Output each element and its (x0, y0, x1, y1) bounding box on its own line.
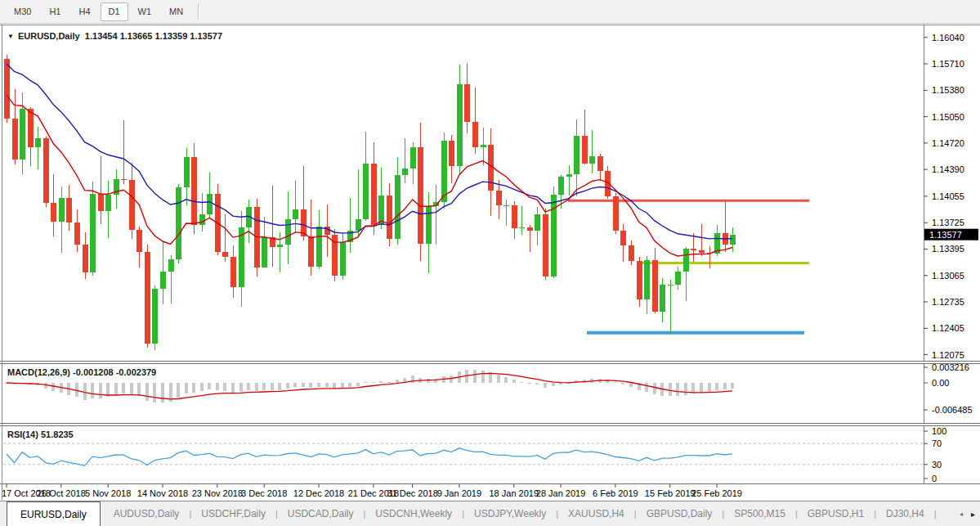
chart-tab-xauusd[interactable]: XAUUSD,H4 (558, 501, 634, 526)
tabs-scroll-left-icon[interactable]: ◂ (960, 510, 963, 518)
svg-text:70: 70 (932, 438, 942, 448)
svg-text:1.12405: 1.12405 (932, 323, 964, 333)
macd-pane[interactable]: 0.0032160.00-0.006485 MACD(12,26,9) -0.0… (0, 364, 980, 423)
chart-tab-dj30[interactable]: DJ30,H4 (876, 501, 934, 526)
macd-chart-canvas[interactable]: 0.0032160.00-0.006485 (0, 364, 980, 423)
timeframe-button-h4[interactable]: H4 (70, 2, 98, 21)
svg-text:1.12735: 1.12735 (932, 297, 964, 307)
mt4-window: M30H1H4D1W1MN 1.160401.157101.153801.150… (0, 0, 980, 526)
candlestick-chart-canvas[interactable]: 1.160401.157101.153801.150501.147201.143… (0, 25, 980, 362)
time-axis-label: 3 Dec 2018 (241, 488, 287, 498)
chart-tab-usdcad[interactable]: USDCAD,Daily (278, 501, 364, 526)
timeframe-button-m30[interactable]: M30 (6, 2, 39, 21)
timeframe-button-mn[interactable]: MN (161, 2, 191, 21)
svg-text:1.12075: 1.12075 (932, 350, 964, 360)
chart-tab-usdjpy[interactable]: USDJPY,Weekly (464, 501, 556, 526)
svg-text:1.13725: 1.13725 (932, 218, 964, 227)
chart-tab-sp500[interactable]: SP500,M15 (724, 501, 795, 526)
time-axis-label: 9 Jan 2019 (437, 488, 481, 498)
svg-text:1.13577: 1.13577 (929, 230, 962, 240)
svg-text:1.13065: 1.13065 (932, 271, 964, 281)
time-axis-label: 15 Feb 2019 (645, 488, 696, 498)
rsi-chart-canvas[interactable]: 10070300 (0, 426, 980, 483)
svg-text:1.13395: 1.13395 (932, 244, 964, 254)
chart-tab-gbpusd[interactable]: GBPUSD,Daily (637, 501, 723, 526)
time-axis-label: 18 Jan 2019 (489, 488, 539, 498)
svg-text:30: 30 (932, 460, 942, 470)
candles-layer (4, 55, 736, 350)
time-axis-label: 5 Nov 2018 (85, 488, 131, 498)
chart-tab-audusd[interactable]: AUDUSD,Daily (104, 501, 190, 526)
svg-text:0.00: 0.00 (932, 378, 949, 388)
svg-text:100: 100 (932, 426, 946, 436)
chart-tab-usdcnh[interactable]: USDCNH,Weekly (365, 501, 462, 526)
time-axis-label: 31 Dec 2018 (387, 488, 437, 498)
tabs-scroll-right-icon[interactable]: ▸ (971, 510, 975, 519)
ma-slow-blue (7, 64, 732, 239)
svg-text:1.14720: 1.14720 (932, 138, 964, 148)
time-axis-label: 6 Feb 2019 (593, 488, 638, 498)
svg-text:1.15710: 1.15710 (932, 59, 964, 69)
window-left-border (2, 25, 2, 500)
rsi-pane[interactable]: 10070300 RSI(14) 51.8235 (0, 426, 980, 483)
svg-text:0: 0 (932, 474, 937, 483)
svg-text:-0.006485: -0.006485 (932, 405, 973, 415)
time-axis-label: 28 Jan 2019 (536, 488, 586, 498)
time-axis-label: 12 Dec 2018 (293, 488, 344, 498)
chart-tab-tech100[interactable]: TECH100,H (937, 501, 946, 526)
chart-tab-usdchf[interactable]: USDCHF,Daily (191, 501, 275, 526)
svg-text:1.15050: 1.15050 (932, 112, 964, 122)
timeframe-button-h1[interactable]: H1 (41, 2, 69, 21)
chart-tab-gbpusd[interactable]: GBPUSD,H1 (798, 501, 874, 526)
time-axis-label: 25 Feb 2019 (691, 488, 742, 498)
svg-text:1.14055: 1.14055 (932, 191, 964, 201)
timeframe-button-d1[interactable]: D1 (101, 2, 128, 21)
time-axis-label: 26 Oct 2018 (37, 488, 86, 498)
price-pane[interactable]: 1.160401.157101.153801.150501.147201.143… (0, 25, 980, 362)
timeframe-toolbar: M30H1H4D1W1MN (0, 0, 980, 24)
chart-tabs-strip: EURUSD,DailyAUDUSD,Daily|USDCHF,Daily|US… (7, 501, 946, 526)
time-axis-label: 23 Nov 2018 (192, 488, 243, 498)
timeframe-button-w1[interactable]: W1 (130, 2, 160, 21)
toolbar-divider (198, 3, 199, 20)
chart-tabs-bar: EURUSD,DailyAUDUSD,Daily|USDCHF,Daily|US… (0, 501, 980, 526)
time-axis[interactable]: 17 Oct 201826 Oct 20185 Nov 201814 Nov 2… (0, 483, 980, 501)
svg-text:1.16040: 1.16040 (932, 33, 964, 43)
svg-text:1.15380: 1.15380 (932, 85, 964, 95)
rsi-line (7, 448, 732, 466)
svg-text:1.14390: 1.14390 (932, 164, 964, 174)
current-price-tag: 1.13577 (924, 229, 978, 241)
svg-text:0.003216: 0.003216 (932, 364, 969, 372)
chart-tab-eurusd[interactable]: EURUSD,Daily (7, 501, 101, 526)
time-axis-label: 14 Nov 2018 (137, 488, 188, 498)
time-axis-canvas[interactable]: 17 Oct 201826 Oct 20185 Nov 201814 Nov 2… (0, 484, 980, 501)
